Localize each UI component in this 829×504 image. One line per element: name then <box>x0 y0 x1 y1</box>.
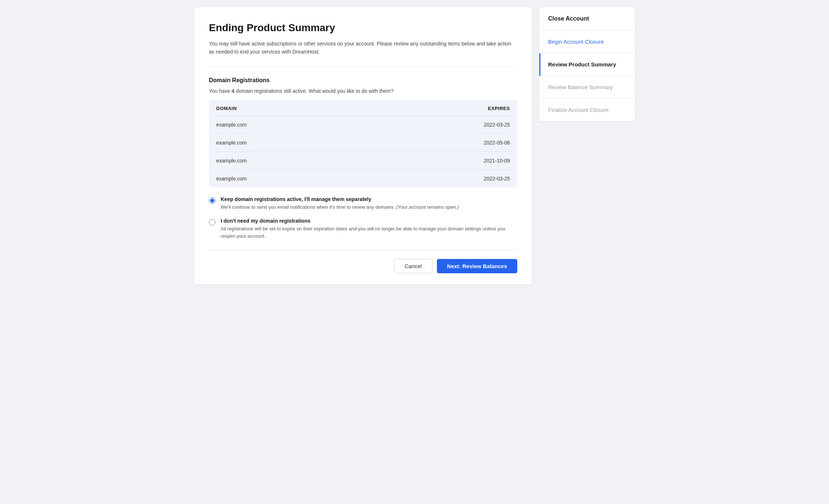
domain-name: example.com <box>216 176 247 182</box>
domain-name: example.com <box>216 158 247 164</box>
page-container: Ending Product Summary You may still hav… <box>194 7 635 284</box>
next-button[interactable]: Next: Review Balances <box>437 259 517 273</box>
sidebar-item-review-balance: Review Balance Summary <box>539 76 635 99</box>
sidebar-item-review-product[interactable]: Review Product Summary <box>539 53 635 76</box>
table-row: example.com 2022-05-06 <box>216 134 510 152</box>
table-row: example.com 2022-03-25 <box>216 170 510 187</box>
radio-label-title-expire: I don't need my domain registrations <box>221 218 517 224</box>
table-row: example.com 2022-03-25 <box>216 116 510 134</box>
domain-expires: 2022-03-25 <box>484 176 510 182</box>
page-title: Ending Product Summary <box>209 22 517 34</box>
sidebar: Close Account Begin Account ClosureRevie… <box>539 7 635 284</box>
table-row: example.com 2021-10-09 <box>216 152 510 170</box>
domain-expires: 2021-10-09 <box>484 158 510 164</box>
sidebar-item-finalize: Finalize Account Closure <box>539 99 635 121</box>
sidebar-header: Close Account <box>539 7 635 30</box>
sidebar-card: Close Account Begin Account ClosureRevie… <box>539 7 635 121</box>
domain-expires: 2022-05-06 <box>484 140 510 146</box>
main-panel: Ending Product Summary You may still hav… <box>194 7 532 284</box>
radio-label-group-keep: Keep domain registrations active, I'll m… <box>221 196 459 211</box>
radio-option-expire: I don't need my domain registrations All… <box>209 218 517 240</box>
domain-name: example.com <box>216 122 247 128</box>
domain-section-title: Domain Registrations <box>209 77 517 84</box>
footer-actions: Cancel Next: Review Balances <box>209 250 517 273</box>
domain-table: DOMAIN EXPIRES example.com 2022-03-25 ex… <box>209 100 517 187</box>
domain-count-text: You have 4 domain registrations still ac… <box>209 88 517 94</box>
col-expires-header: EXPIRES <box>488 106 510 111</box>
radio-label-group-expire: I don't need my domain registrations All… <box>221 218 517 240</box>
radio-options: Keep domain registrations active, I'll m… <box>209 196 517 240</box>
col-domain-header: DOMAIN <box>216 106 237 111</box>
radio-label-title-keep: Keep domain registrations active, I'll m… <box>221 196 459 202</box>
sidebar-items-container: Begin Account ClosureReview Product Summ… <box>539 30 635 121</box>
cancel-button[interactable]: Cancel <box>394 259 432 273</box>
radio-label-desc-keep: We'll continue to send you email notific… <box>221 204 459 211</box>
sidebar-item-begin[interactable]: Begin Account Closure <box>539 30 635 53</box>
domain-expires: 2022-03-25 <box>484 122 510 128</box>
radio-input-keep[interactable] <box>209 197 216 204</box>
domain-name: example.com <box>216 140 247 146</box>
radio-option-keep: Keep domain registrations active, I'll m… <box>209 196 517 211</box>
domain-section: Domain Registrations You have 4 domain r… <box>209 77 517 240</box>
page-subtitle: You may still have active subscriptions … <box>209 40 517 67</box>
domain-table-header: DOMAIN EXPIRES <box>216 100 510 116</box>
domain-rows-container: example.com 2022-03-25 example.com 2022-… <box>216 116 510 187</box>
radio-label-desc-expire: All registrations will be set to expire … <box>221 225 517 240</box>
radio-input-expire[interactable] <box>209 219 216 226</box>
